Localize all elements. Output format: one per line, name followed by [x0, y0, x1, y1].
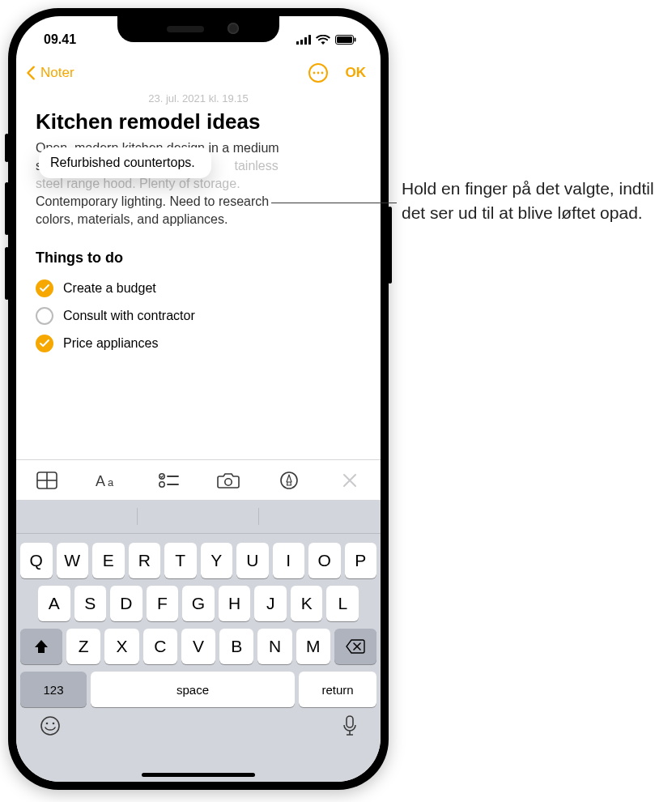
- svg-rect-6: [355, 38, 356, 42]
- svg-point-19: [225, 478, 232, 484]
- key-f[interactable]: F: [147, 586, 179, 621]
- checklist-item-label: Price appliances: [63, 336, 158, 351]
- key-n[interactable]: N: [257, 629, 291, 664]
- svg-rect-1: [300, 40, 303, 45]
- svg-point-8: [317, 72, 319, 75]
- table-icon: [36, 471, 57, 489]
- key-k[interactable]: K: [291, 586, 323, 621]
- shift-icon: [33, 638, 49, 655]
- prediction-cell[interactable]: [16, 500, 138, 533]
- wifi-icon: [316, 35, 330, 45]
- nav-bar: Noter OK: [16, 55, 381, 91]
- prediction-cell[interactable]: [138, 500, 259, 533]
- svg-rect-5: [337, 36, 352, 43]
- callout-text: Hold en finger på det valgte, indtil det…: [402, 177, 661, 225]
- key-p[interactable]: P: [345, 543, 377, 578]
- ellipsis-icon: [313, 71, 324, 75]
- format-button[interactable]: Aa: [91, 471, 124, 489]
- key-m[interactable]: M: [296, 629, 330, 664]
- close-icon: [342, 473, 357, 488]
- iphone-frame: 09.41 Noter OK: [8, 8, 389, 790]
- checklist-item[interactable]: Price appliances: [36, 330, 361, 357]
- key-r[interactable]: R: [129, 543, 161, 578]
- key-i[interactable]: I: [273, 543, 305, 578]
- key-o[interactable]: O: [308, 543, 341, 578]
- key-e[interactable]: E: [92, 543, 125, 578]
- back-button[interactable]: Noter: [23, 64, 74, 82]
- key-y[interactable]: Y: [201, 543, 233, 578]
- markup-icon: [279, 471, 299, 490]
- done-button[interactable]: OK: [346, 65, 367, 81]
- camera-icon: [217, 471, 240, 489]
- emoji-key[interactable]: [40, 715, 61, 740]
- keyboard: QWERTYUIOP ASDFGHJKL ZXCVBNM 123 space r…: [16, 500, 381, 782]
- home-indicator[interactable]: [142, 773, 255, 777]
- markup-button[interactable]: [273, 471, 305, 490]
- checklist-item[interactable]: Consult with contractor: [36, 302, 361, 330]
- note-subheading[interactable]: Things to do: [36, 250, 361, 267]
- key-j[interactable]: J: [254, 586, 287, 621]
- key-c[interactable]: C: [143, 629, 177, 664]
- prediction-cell[interactable]: [259, 500, 381, 533]
- lifted-selection[interactable]: Refurbished countertops.: [39, 147, 211, 178]
- back-label: Noter: [40, 65, 74, 81]
- numbers-key[interactable]: 123: [20, 672, 87, 707]
- key-z[interactable]: Z: [66, 629, 100, 664]
- svg-rect-2: [304, 37, 307, 45]
- backspace-icon: [346, 639, 365, 654]
- key-d[interactable]: D: [110, 586, 142, 621]
- checklist-button[interactable]: [152, 471, 185, 489]
- checklist-item[interactable]: Create a budget: [36, 275, 361, 302]
- svg-rect-3: [308, 35, 311, 45]
- checkbox-checked-icon[interactable]: [36, 335, 53, 352]
- dictation-key[interactable]: [342, 715, 357, 740]
- key-s[interactable]: S: [74, 586, 107, 621]
- svg-point-23: [53, 723, 55, 725]
- backspace-key[interactable]: [334, 629, 376, 664]
- svg-point-21: [41, 717, 59, 735]
- notch: [117, 16, 279, 42]
- note-title[interactable]: Kitchen remodel ideas: [36, 109, 361, 134]
- shift-key[interactable]: [20, 629, 62, 664]
- cellular-icon: [296, 35, 311, 45]
- key-w[interactable]: W: [57, 543, 89, 578]
- key-a[interactable]: A: [38, 586, 70, 621]
- svg-rect-0: [296, 41, 299, 45]
- key-g[interactable]: G: [182, 586, 215, 621]
- checkbox-checked-icon[interactable]: [36, 279, 53, 297]
- close-toolbar-button[interactable]: [334, 473, 366, 488]
- callout-leader: [271, 203, 397, 203]
- key-l[interactable]: L: [326, 586, 359, 621]
- return-key[interactable]: return: [299, 672, 376, 707]
- svg-point-7: [313, 72, 315, 75]
- battery-icon: [335, 35, 356, 45]
- screen: 09.41 Noter OK: [16, 16, 381, 782]
- status-time: 09.41: [44, 32, 76, 47]
- more-button[interactable]: [308, 63, 328, 83]
- checklist-icon: [158, 471, 179, 489]
- svg-rect-24: [347, 716, 353, 727]
- svg-point-15: [159, 473, 164, 478]
- note-editor[interactable]: 23. jul. 2021 kl. 19.15 Kitchen remodel …: [16, 92, 381, 357]
- table-button[interactable]: [31, 471, 63, 489]
- text-format-icon: Aa: [96, 471, 120, 489]
- lifted-selection-text: Refurbished countertops.: [50, 156, 195, 169]
- checklist[interactable]: Create a budget Consult with contractor …: [36, 275, 361, 357]
- key-t[interactable]: T: [164, 543, 197, 578]
- note-toolbar: Aa: [16, 459, 381, 500]
- camera-button[interactable]: [212, 471, 245, 489]
- key-b[interactable]: B: [219, 629, 253, 664]
- emoji-icon: [40, 715, 61, 736]
- svg-point-9: [321, 72, 323, 75]
- checklist-item-label: Create a budget: [63, 281, 156, 296]
- key-x[interactable]: X: [104, 629, 138, 664]
- note-date: 23. jul. 2021 kl. 19.15: [36, 92, 361, 105]
- key-u[interactable]: U: [236, 543, 269, 578]
- key-v[interactable]: V: [181, 629, 215, 664]
- svg-point-17: [159, 481, 164, 486]
- space-key[interactable]: space: [91, 672, 295, 707]
- key-q[interactable]: Q: [20, 543, 53, 578]
- checklist-item-label: Consult with contractor: [63, 309, 195, 323]
- key-h[interactable]: H: [219, 586, 251, 621]
- checkbox-unchecked-icon[interactable]: [36, 307, 53, 325]
